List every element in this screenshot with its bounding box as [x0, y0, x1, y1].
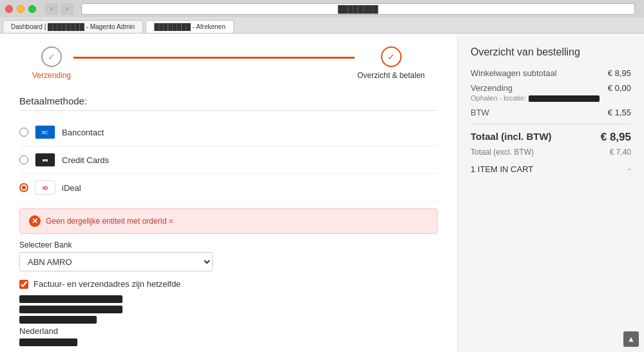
- same-address-checkbox[interactable]: [19, 280, 28, 289]
- nav-buttons: ‹ ›: [45, 3, 73, 15]
- bank-select[interactable]: ABN AMRO ING Rabobank SNS Bank ASN Bank: [19, 252, 213, 271]
- same-address-row: Factuur- en verzendadres zijn hetzelfde: [19, 279, 438, 289]
- cart-count-label: 1 ITEM IN CART: [471, 164, 533, 174]
- scroll-to-top-button[interactable]: ▲: [623, 331, 639, 347]
- payment-method-ideal[interactable]: iD iDeal: [19, 174, 438, 202]
- left-content: ✓ Verzending ✓ Overzicht & betalen Betaa…: [0, 34, 457, 352]
- total-excl-value: € 7,40: [610, 148, 631, 157]
- main-area: ✓ Verzending ✓ Overzicht & betalen Betaa…: [0, 34, 644, 352]
- summary-shipping-row: Verzending Ophalen - locatie: € 0,00: [471, 83, 631, 103]
- error-icon: ✕: [29, 215, 41, 227]
- radio-creditcards[interactable]: [19, 155, 28, 164]
- step-2-circle: ✓: [381, 46, 402, 67]
- payment-methods: BC Bancontact ■■ Credit Cards iD iDeal: [19, 119, 438, 202]
- address-country: Nederland: [19, 326, 438, 336]
- cart-count-row: 1 ITEM IN CART -: [471, 163, 631, 175]
- step-2-label: Overzicht & betalen: [357, 71, 425, 80]
- radio-ideal-selected: [19, 183, 28, 192]
- step-1-circle: ✓: [41, 46, 62, 67]
- bank-selector-label: Selecteer Bank: [19, 240, 438, 249]
- subtotal-value: € 8,95: [608, 68, 631, 78]
- forward-button[interactable]: ›: [61, 3, 73, 15]
- tab-admin[interactable]: Dashboard | ████████ - Magento Admin: [3, 20, 143, 33]
- browser-chrome: ‹ › ████████ Dashboard | ████████ - Mage…: [0, 0, 644, 34]
- step-overzicht: ✓ Overzicht & betalen: [357, 46, 425, 80]
- radio-bancontact[interactable]: [19, 128, 28, 137]
- progress-steps: ✓ Verzending ✓ Overzicht & betalen: [19, 46, 438, 80]
- btw-label: BTW: [471, 108, 489, 117]
- bancontact-label: Bancontact: [62, 128, 104, 137]
- tab-bar: Dashboard | ████████ - Magento Admin ███…: [0, 17, 644, 33]
- address-line-1: [19, 295, 122, 303]
- close-button[interactable]: [5, 5, 13, 13]
- minimize-button[interactable]: [17, 5, 24, 13]
- summary-title: Overzicht van bestelling: [471, 46, 631, 58]
- error-text: Geen dergelijke entiteit met orderId =: [46, 217, 173, 226]
- summary-divider: [471, 124, 631, 124]
- cart-dash: -: [628, 163, 631, 175]
- address-line-4: [19, 338, 77, 346]
- address-line-3: [19, 316, 97, 324]
- payment-section-title: Betaalmethode:: [19, 95, 438, 111]
- step-line: [73, 57, 355, 59]
- summary-subtotal-row: Winkelwagen subtotaal € 8,95: [471, 68, 631, 78]
- back-button[interactable]: ‹: [45, 3, 58, 15]
- address-bar[interactable]: ████████: [81, 3, 635, 15]
- total-incl-value: € 8,95: [601, 131, 631, 144]
- total-incl-label: Totaal (incl. BTW): [471, 131, 552, 144]
- step-verzending: ✓ Verzending: [32, 46, 71, 80]
- location-bar: [529, 95, 600, 102]
- ideal-label: iDeal: [62, 183, 81, 193]
- shipping-label: Verzending: [471, 83, 600, 93]
- same-address-label: Factuur- en verzendadres zijn hetzelfde: [34, 279, 181, 289]
- total-excl-label: Totaal (excl. BTW): [471, 148, 534, 157]
- step-1-label: Verzending: [32, 71, 71, 80]
- subtotal-label: Winkelwagen subtotaal: [471, 68, 557, 78]
- ideal-icon: iD: [35, 181, 55, 195]
- summary-total-incl-row: Totaal (incl. BTW) € 8,95: [471, 131, 631, 144]
- shipping-value: € 0,00: [608, 83, 631, 103]
- payment-method-creditcards[interactable]: ■■ Credit Cards: [19, 146, 438, 174]
- tab-afrekenen[interactable]: ████████ - Afrekenen: [146, 20, 234, 33]
- error-banner: ✕ Geen dergelijke entiteit met orderId =: [19, 208, 438, 234]
- radio-dot: [22, 186, 26, 190]
- creditcards-label: Credit Cards: [62, 155, 109, 165]
- shipping-sublabel: Ophalen - locatie:: [471, 94, 526, 102]
- summary-btw-row: BTW € 1,55: [471, 108, 631, 117]
- address-line-2: [19, 306, 122, 313]
- payment-method-bancontact[interactable]: BC Bancontact: [19, 119, 438, 146]
- address-block: Nederland: [19, 295, 438, 346]
- maximize-button[interactable]: [28, 5, 36, 13]
- creditcards-icon: ■■: [35, 153, 55, 167]
- order-summary-sidebar: Overzicht van bestelling Winkelwagen sub…: [457, 34, 644, 352]
- bancontact-icon: BC: [35, 125, 55, 139]
- btw-value: € 1,55: [608, 108, 631, 117]
- summary-total-excl-row: Totaal (excl. BTW) € 7,40: [471, 148, 631, 157]
- titlebar: ‹ › ████████: [0, 0, 644, 17]
- page-content: ✓ Verzending ✓ Overzicht & betalen Betaa…: [0, 34, 644, 352]
